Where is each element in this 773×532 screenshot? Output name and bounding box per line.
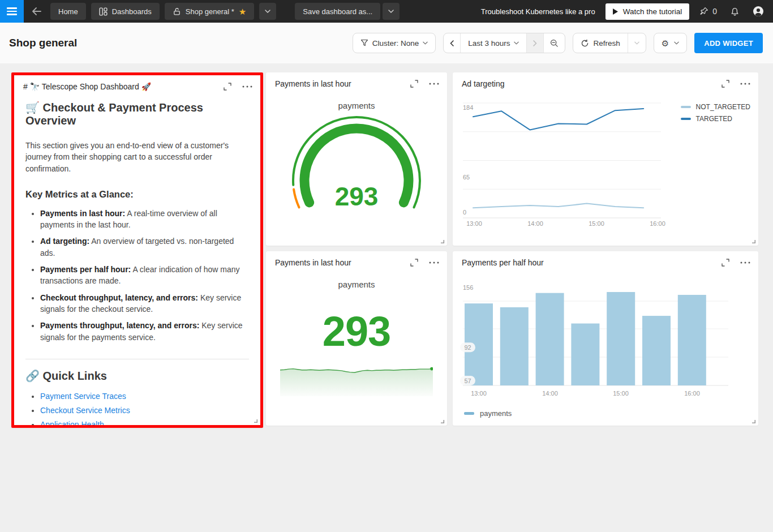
list-item: Application Health [40, 420, 249, 428]
quick-links-heading: 🔗 Quick Links [25, 369, 249, 383]
expand-icon[interactable] [410, 259, 418, 267]
widget-header: # 🔭 Telescope Shop Dashboard 🚀 [14, 75, 260, 91]
payments-per-half-hour-widget: Payments per half hour 156925713:0014:00… [453, 251, 758, 426]
dashboards-grid-icon [99, 7, 108, 16]
home-tab-label: Home [58, 7, 78, 16]
link-checkout-service-metrics[interactable]: Checkout Service Metrics [40, 406, 130, 415]
save-options-chevron[interactable] [383, 3, 400, 20]
widget-title: Payments in last hour [275, 79, 351, 88]
svg-text:92: 92 [464, 344, 471, 351]
gear-icon: ⚙ [662, 39, 669, 48]
refresh-label: Refresh [593, 39, 620, 48]
widget-header: Payments per half hour [453, 251, 758, 267]
tab-dashboards[interactable]: Dashboards [91, 3, 160, 20]
legend-item: TARGETED [681, 115, 750, 123]
list-item: Payments throughput, latency, and errors… [40, 320, 249, 343]
user-menu-button[interactable] [753, 6, 764, 17]
expand-icon[interactable] [224, 83, 231, 91]
tab-options-chevron[interactable] [259, 3, 276, 20]
save-dashboard-group: Save dashboard as... [295, 3, 405, 20]
list-item: Payments per half hour: A clear indicati… [40, 264, 249, 287]
back-arrow-button[interactable] [32, 7, 41, 15]
resize-handle-icon[interactable] [440, 239, 445, 244]
more-options-icon[interactable] [429, 83, 439, 85]
expand-icon[interactable] [722, 259, 729, 267]
widget-title: # 🔭 Telescope Shop Dashboard 🚀 [23, 82, 151, 91]
list-item: Ad targeting: An overview of targeted vs… [40, 235, 249, 259]
expand-icon[interactable] [722, 80, 729, 88]
hamburger-menu-button[interactable] [0, 0, 24, 23]
save-dashboard-label: Save dashboard as... [303, 7, 372, 16]
refresh-options-chevron[interactable] [628, 33, 646, 53]
dashboard-settings-button[interactable]: ⚙ [654, 33, 687, 53]
link-application-health[interactable]: Application Health [40, 420, 104, 428]
more-options-icon[interactable] [242, 85, 252, 88]
ad-targeting-widget: Ad targeting 18465013:0014:0015:0016:00 … [453, 72, 758, 246]
legend-label: TARGETED [696, 115, 732, 123]
page-title: Shop general [9, 37, 77, 49]
markdown-intro: This section gives you an end-to-end vie… [25, 140, 249, 174]
time-forward-button[interactable] [527, 33, 544, 53]
zoom-out-time-button[interactable] [544, 33, 565, 53]
chevron-down-icon [423, 41, 428, 45]
resize-handle-icon[interactable] [751, 419, 756, 424]
svg-text:15:00: 15:00 [589, 220, 604, 227]
list-item: Payments in last hour: A real-time overv… [40, 208, 249, 231]
watch-tutorial-label: Watch the tutorial [623, 7, 682, 16]
svg-text:184: 184 [463, 104, 473, 111]
time-range-dropdown[interactable]: Last 3 hours [461, 33, 527, 53]
save-dashboard-as-button[interactable]: Save dashboard as... [295, 3, 380, 20]
divider [25, 359, 249, 359]
notifications-button[interactable] [730, 7, 740, 16]
time-back-button[interactable] [444, 33, 461, 53]
chevron-down-icon [674, 41, 679, 45]
svg-text:13:00: 13:00 [471, 390, 487, 397]
settings-segment[interactable]: ⚙ [654, 33, 686, 53]
list-item: Checkout throughput, latency, and errors… [40, 292, 249, 315]
widget-title: Payments per half hour [462, 258, 544, 267]
resize-handle-icon[interactable] [253, 418, 258, 423]
chevron-right-icon [533, 40, 537, 46]
refresh-control: Refresh [573, 33, 646, 53]
pinned-items-button[interactable]: 0 [699, 7, 717, 16]
watch-tutorial-button[interactable]: Watch the tutorial [605, 3, 690, 20]
legend-label: NOT_TARGETED [696, 103, 750, 111]
time-range-label: Last 3 hours [468, 39, 510, 48]
svg-text:13:00: 13:00 [466, 220, 482, 227]
top-navbar: Home Dashboards Shop general * ★ Save da… [0, 0, 773, 23]
widget-title: Payments in last hour [275, 258, 351, 267]
widget-header: Payments in last hour [266, 251, 447, 267]
svg-text:65: 65 [463, 174, 470, 181]
svg-text:14:00: 14:00 [527, 220, 543, 227]
list-item: Payment Service Traces [40, 392, 249, 401]
resize-handle-icon[interactable] [751, 239, 756, 244]
favorite-star-icon[interactable]: ★ [239, 7, 246, 16]
add-widget-button[interactable]: ADD WIDGET [694, 33, 763, 53]
cluster-filter-button[interactable]: Cluster: None [353, 33, 436, 53]
svg-text:16:00: 16:00 [684, 390, 700, 397]
legend-swatch-not-targeted [681, 106, 691, 108]
svg-text:16:00: 16:00 [650, 220, 665, 227]
time-range-control: Last 3 hours [443, 33, 565, 53]
more-options-icon[interactable] [740, 261, 750, 264]
cluster-filter-segment[interactable]: Cluster: None [353, 33, 436, 53]
more-options-icon[interactable] [740, 83, 750, 85]
tab-home[interactable]: Home [50, 3, 86, 20]
link-payment-service-traces[interactable]: Payment Service Traces [40, 392, 126, 401]
resize-handle-icon[interactable] [440, 419, 445, 424]
legend-swatch-targeted [681, 118, 691, 120]
shop-general-tab-label: Shop general * [186, 7, 234, 16]
bar-chart: 156925713:0014:0015:0016:00 [453, 274, 758, 422]
widget-header: Payments in last hour [266, 72, 447, 88]
expand-icon[interactable] [410, 80, 418, 88]
promo-text: Troubleshoot Kubernetes like a pro [481, 7, 595, 16]
gauge-series-label: payments [266, 101, 447, 110]
refresh-button[interactable]: Refresh [573, 33, 628, 53]
arrow-left-icon [32, 7, 41, 15]
chart-legend: NOT_TARGETED TARGETED [681, 103, 750, 123]
dashboards-tab-label: Dashboards [112, 7, 152, 16]
sparkline-chart [280, 361, 433, 396]
more-options-icon[interactable] [429, 261, 439, 264]
tab-shop-general[interactable]: Shop general * ★ [165, 3, 254, 20]
navbar-right-icons: 0 [699, 6, 764, 17]
